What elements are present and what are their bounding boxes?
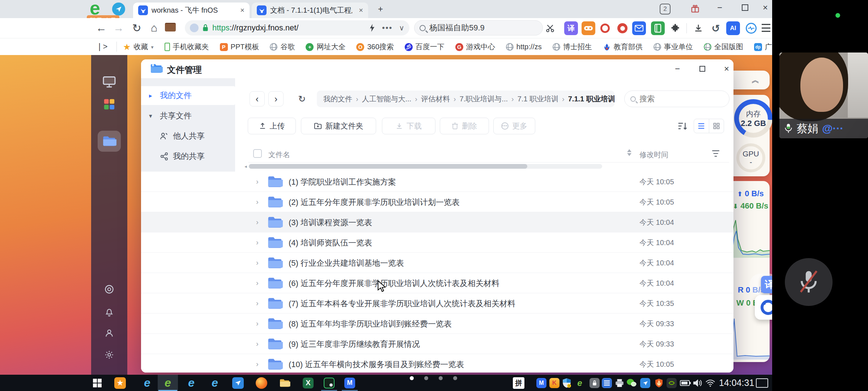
notebook-extension-icon[interactable] xyxy=(651,21,665,35)
expand-chevron-icon[interactable]: › xyxy=(256,279,259,287)
bookmark-zs[interactable]: http://zs xyxy=(506,43,542,51)
dock-desktop-icon[interactable] xyxy=(101,74,117,90)
dock-appcenter-icon[interactable] xyxy=(101,96,117,112)
desktop-page-dot[interactable] xyxy=(439,376,443,380)
reader-lightning-icon[interactable] xyxy=(369,24,375,32)
file-row-hovered[interactable]: › (3) 培训课程资源一览表 今天 10:04 xyxy=(141,212,733,232)
breadcrumb-item[interactable]: 人工智能与大... xyxy=(362,94,412,104)
taskbar-clock[interactable]: 14:04:31 xyxy=(719,375,754,391)
mail-extension-icon[interactable] xyxy=(632,21,646,35)
fm-maximize-button[interactable] xyxy=(697,63,708,74)
expand-chevron-icon[interactable]: › xyxy=(256,319,259,328)
taskbar-screenshare-icon[interactable] xyxy=(319,375,339,391)
bookmark-map[interactable]: 全国版图 xyxy=(704,42,743,52)
tab-close-icon[interactable]: × xyxy=(356,6,363,14)
tab-close-icon[interactable]: × xyxy=(237,6,244,14)
taskbar-ie-icon[interactable]: e xyxy=(205,375,225,391)
breadcrumb-item[interactable]: 7.1 职业培训 xyxy=(518,94,558,104)
tray-huorong-shield-icon[interactable] xyxy=(653,377,665,389)
ring-extension-icon[interactable] xyxy=(598,21,612,35)
taskbar-firefox-icon[interactable] xyxy=(251,375,272,391)
notification-center-icon[interactable] xyxy=(756,378,768,388)
start-button[interactable] xyxy=(87,375,107,391)
bookmark-mobile-folder[interactable]: 手机收藏夹 xyxy=(165,42,209,52)
sidebar-item-shared[interactable]: ▾ 共享文件 xyxy=(141,106,235,125)
browser-search-box[interactable] xyxy=(414,20,543,35)
briefcase-icon[interactable] xyxy=(165,23,176,31)
tray-feishu-icon[interactable] xyxy=(639,377,651,389)
video-extension-icon[interactable] xyxy=(616,21,629,35)
translate-fab[interactable]: 译 xyxy=(761,276,772,293)
session-count-badge[interactable]: 2 xyxy=(660,4,671,14)
ime-indicator[interactable]: 拼 xyxy=(513,377,524,389)
back-icon[interactable]: ← xyxy=(93,20,109,36)
breadcrumb[interactable]: 我的文件› 人工智能与大...› 评估材料› 7.职业培训与...› 7.1 职… xyxy=(317,91,614,107)
horizontal-scrollbar[interactable] xyxy=(249,164,602,169)
bookmark-phd[interactable]: 博士招生 xyxy=(553,42,592,52)
translate-extension-icon[interactable]: 译 xyxy=(564,21,578,35)
taskbar-ie-icon[interactable]: e xyxy=(137,375,157,391)
more-button[interactable]: ••• 更多 xyxy=(493,118,535,134)
search-input[interactable] xyxy=(429,23,531,33)
fm-forward-button[interactable]: › xyxy=(268,91,284,106)
dock-notifications-bell-icon[interactable] xyxy=(103,306,115,318)
delete-button[interactable]: 删除 xyxy=(440,118,489,134)
tray-battery-icon[interactable] xyxy=(680,377,691,389)
bookmark-sites[interactable]: +网址大全 xyxy=(306,42,345,52)
fm-back-button[interactable]: ‹ xyxy=(250,91,265,106)
bookmark-institution[interactable]: 事业单位 xyxy=(654,42,693,52)
tray-nvidia-icon[interactable] xyxy=(666,377,677,389)
history-restore-icon[interactable]: ↺ xyxy=(709,21,723,35)
file-row[interactable]: › (4) 培训师资队伍一览表 今天 10:04 xyxy=(141,232,733,253)
tray-lock-icon[interactable] xyxy=(589,377,600,389)
sidebar-toggle-icon[interactable]: ❘> xyxy=(96,42,107,51)
dock-filemanager-icon[interactable] xyxy=(98,131,121,152)
home-icon[interactable]: ⌂ xyxy=(146,20,162,36)
bookmark-ppt[interactable]: PPPT模板 xyxy=(220,42,259,52)
tray-media-icon[interactable] xyxy=(601,377,613,389)
expand-chevron-icon[interactable]: › xyxy=(256,238,259,247)
new-tab-button[interactable]: + xyxy=(373,1,388,17)
window-close-button[interactable]: × xyxy=(757,0,773,15)
sidebar-item-my-files[interactable]: ▸ 我的文件 xyxy=(141,86,235,105)
sort-arrows-icon[interactable] xyxy=(627,149,631,156)
tray-volume-icon[interactable] xyxy=(692,377,703,389)
file-row[interactable]: › (8) 近五年年均非学历职业培训到账经费一览表 今天 09:33 xyxy=(141,314,733,334)
fm-refresh-icon[interactable]: ↻ xyxy=(294,91,310,106)
list-view-button[interactable] xyxy=(694,119,709,133)
ai-assistant-icon[interactable]: AI xyxy=(726,21,740,35)
screenshot-scissors-icon[interactable] xyxy=(543,21,557,35)
bookmark-baidu[interactable]: 彡百度一下 xyxy=(405,42,444,52)
webcam-video-tile[interactable]: 蔡娟 @··· xyxy=(779,52,868,138)
tray-360browser-icon[interactable]: e xyxy=(574,377,586,389)
game-extension-icon[interactable] xyxy=(582,21,595,35)
desktop-page-dot[interactable] xyxy=(453,376,457,380)
breadcrumb-item[interactable]: 7.职业培训与... xyxy=(460,94,508,104)
expand-chevron-icon[interactable]: › xyxy=(256,177,259,186)
breadcrumb-item[interactable]: 我的文件 xyxy=(323,94,352,104)
browser-e-logo-overlay[interactable]: e xyxy=(90,0,100,17)
file-row[interactable]: › (9) 近三年度非学历继续教育开展情况 今天 09:33 xyxy=(141,334,733,354)
new-folder-button[interactable]: 新建文件夹 xyxy=(301,118,376,134)
breadcrumb-item-current[interactable]: 7.1.1 职业培训 xyxy=(568,94,614,104)
fm-search-input[interactable] xyxy=(639,94,712,103)
health-wave-icon[interactable] xyxy=(744,21,758,35)
file-row[interactable]: › (2) 近五年分年度开展非学历职业培训计划一览表 今天 10:05 xyxy=(141,192,733,212)
download-button[interactable]: 下载 xyxy=(382,118,435,134)
download-icon[interactable] xyxy=(692,21,705,35)
expand-chevron-icon[interactable]: › xyxy=(256,258,259,267)
fm-minimize-button[interactable]: − xyxy=(672,63,683,74)
grid-view-button[interactable] xyxy=(709,119,724,133)
file-row[interactable]: › (10) 近五年年横向技术服务项目及到账经费一览表 今天 10:05 xyxy=(141,354,733,373)
microphone-muted-button[interactable] xyxy=(785,258,833,306)
taskbar-excel-icon[interactable]: X xyxy=(298,375,318,391)
expand-chevron-icon[interactable]: › xyxy=(256,218,259,226)
hscroll-left-arrow[interactable]: ◂ xyxy=(244,164,247,169)
menu-icon[interactable] xyxy=(762,24,770,32)
expand-chevron-icon[interactable]: › xyxy=(256,198,259,206)
tray-wifi-icon[interactable] xyxy=(705,377,716,389)
desktop-page-dot[interactable] xyxy=(424,376,428,380)
url-dropdown-icon[interactable]: ∨ xyxy=(399,24,404,32)
dock-settings-gear-icon[interactable] xyxy=(103,349,115,361)
expand-chevron-icon[interactable]: › xyxy=(256,340,259,348)
